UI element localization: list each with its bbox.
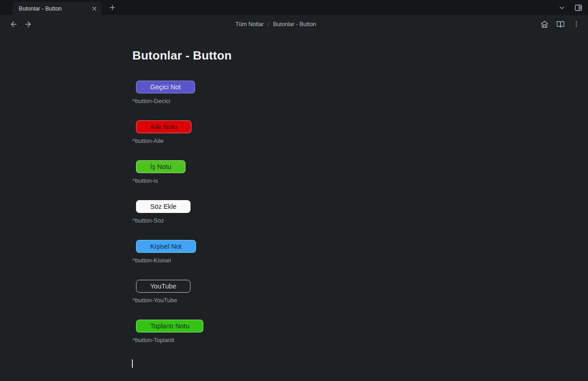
- more-options-icon[interactable]: [572, 20, 580, 28]
- tab-title: Butonlar - Button: [19, 5, 91, 12]
- block-id-caption: ^button-Soz: [132, 217, 588, 224]
- view-header-actions: [540, 20, 580, 28]
- breadcrumb: Tüm Notlar / Butonlar - Button: [0, 21, 551, 27]
- reading-mode-book-icon[interactable]: [556, 20, 565, 28]
- note-title: Butonlar - Button: [132, 49, 588, 62]
- note-button-is[interactable]: İş Notu: [136, 160, 185, 173]
- breadcrumb-butonlar-button[interactable]: Butonlar - Button: [273, 21, 316, 27]
- new-tab-button[interactable]: [109, 4, 116, 11]
- block-id-caption: ^button-Kisisel: [132, 257, 588, 264]
- note-button-gecici[interactable]: Geçici Not: [136, 81, 195, 93]
- buttons-list: Geçici Not^button-GeciciAile Notu^button…: [132, 81, 588, 343]
- button-block: Kişisel Not^button-Kisisel: [132, 240, 588, 264]
- text-cursor: [132, 359, 133, 368]
- block-id-caption: ^button-YouTube: [132, 297, 588, 304]
- breadcrumb-tum-notlar[interactable]: Tüm Notlar: [235, 21, 264, 27]
- tab-list-chevron-down-icon[interactable]: [558, 4, 566, 11]
- back-arrow-icon[interactable]: [10, 20, 18, 28]
- tab-close-icon[interactable]: [91, 5, 98, 12]
- button-block: İş Notu^button-is: [132, 160, 588, 184]
- forward-arrow-icon[interactable]: [24, 20, 32, 28]
- note-button-toplanti[interactable]: Toplantı Notu: [136, 320, 203, 332]
- view-header: Tüm Notlar / Butonlar - Button: [0, 15, 588, 33]
- button-block: Söz Ekle^button-Soz: [132, 200, 588, 224]
- tab-bar: Butonlar - Button: [0, 0, 588, 15]
- note-button-youtube[interactable]: YouTube: [136, 280, 191, 293]
- tab-butonlar-button[interactable]: Butonlar - Button: [13, 2, 102, 15]
- history-nav: [10, 20, 32, 28]
- block-id-caption: ^button-Toplanti: [132, 337, 588, 343]
- note-button-soz[interactable]: Söz Ekle: [136, 200, 191, 213]
- obsidian-window: Butonlar - Button: [0, 0, 588, 381]
- editor-pane[interactable]: Butonlar - Button Geçici Not^button-Geci…: [0, 33, 588, 368]
- note-button-aile[interactable]: Aile Notu: [136, 120, 191, 133]
- block-id-caption: ^button-is: [132, 177, 588, 184]
- button-block: Toplantı Notu^button-Toplanti: [132, 320, 588, 343]
- tab-bar-right-controls: [558, 0, 583, 15]
- button-block: YouTube^button-YouTube: [132, 280, 588, 304]
- block-id-caption: ^button-Gecici: [132, 98, 588, 104]
- home-icon[interactable]: [540, 20, 549, 28]
- block-id-caption: ^button-Aile: [132, 137, 588, 144]
- button-block: Aile Notu^button-Aile: [132, 120, 588, 144]
- note-button-kisisel[interactable]: Kişisel Not: [136, 240, 196, 253]
- breadcrumb-separator: /: [265, 21, 271, 27]
- button-block: Geçici Not^button-Gecici: [132, 81, 588, 104]
- toggle-right-sidebar-icon[interactable]: [574, 4, 583, 12]
